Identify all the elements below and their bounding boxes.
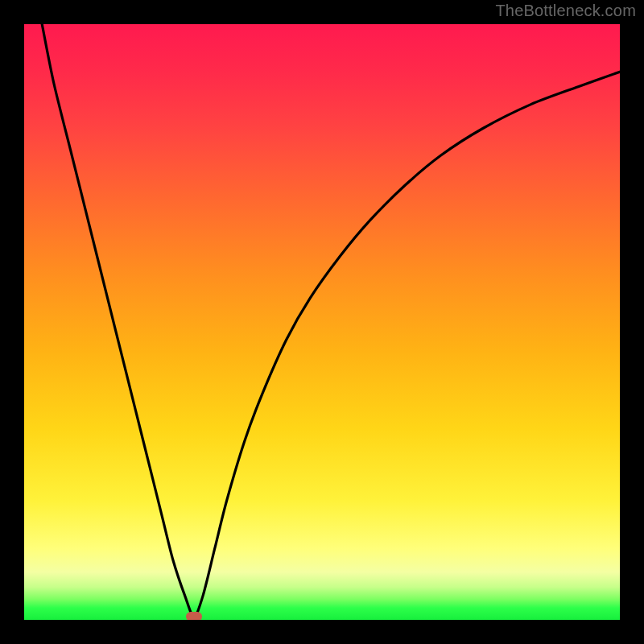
plot-area bbox=[24, 24, 620, 620]
chart-frame: TheBottleneck.com bbox=[0, 0, 644, 644]
minimum-marker bbox=[186, 612, 202, 620]
bottleneck-curve bbox=[24, 24, 620, 620]
watermark-text: TheBottleneck.com bbox=[495, 2, 636, 20]
